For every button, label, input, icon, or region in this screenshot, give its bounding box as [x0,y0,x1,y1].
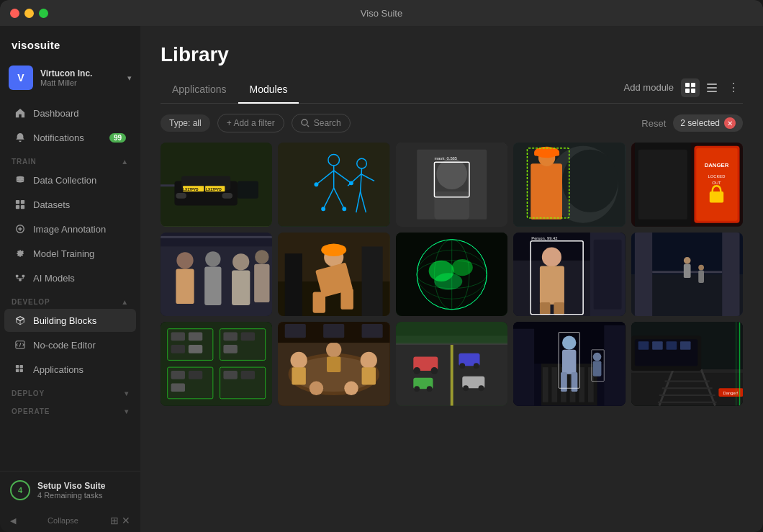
search-button[interactable]: Search [292,114,351,132]
svg-rect-146 [241,371,255,379]
svg-text:LOCKED: LOCKED [708,174,725,179]
module-card[interactable] [278,143,389,227]
search-icon [301,119,310,127]
svg-point-81 [232,253,249,270]
module-card[interactable] [396,233,507,317]
sidebar-item-ai-models[interactable]: AI Models [4,266,136,289]
titlebar: Viso Suite [0,0,763,26]
svg-rect-139 [223,333,237,341]
svg-rect-6 [16,275,19,278]
sidebar-item-no-code-editor[interactable]: No-code Editor [4,333,136,356]
svg-point-0 [17,176,24,179]
setup-viso-suite[interactable]: 4 Setup Viso Suite 4 Remaining tasks [10,480,130,500]
svg-rect-152 [292,367,306,384]
svg-rect-165 [451,343,453,405]
svg-point-105 [434,273,462,289]
type-filter-chip[interactable]: Type: all [161,114,210,132]
sidebar: visosuite V Virtucon Inc. Matt Miller ▾ … [0,26,140,532]
svg-rect-215 [666,341,677,350]
sidebar-item-building-blocks[interactable]: Building Blocks [4,309,136,332]
brand-logo: visosuite [0,26,140,60]
setup-text: Setup Viso Suite 4 Remaining tasks [37,481,130,500]
module-card[interactable]: LX17PYD LX17PYD [161,143,272,227]
module-card[interactable] [161,233,272,317]
svg-rect-214 [652,341,663,350]
svg-rect-113 [554,302,565,315]
add-filter-button[interactable]: + Add a filter [217,114,284,132]
svg-rect-187 [543,367,548,402]
account-switcher[interactable]: V Virtucon Inc. Matt Miller ▾ [0,60,140,102]
svg-rect-137 [171,345,185,353]
svg-point-79 [205,251,220,266]
database-icon [14,174,26,186]
svg-rect-213 [638,341,649,350]
svg-rect-92 [341,288,353,309]
svg-rect-185 [604,325,625,406]
module-card[interactable] [278,233,389,317]
grid-view-button[interactable] [681,78,700,97]
svg-rect-161 [324,324,345,338]
svg-rect-80 [204,266,221,305]
tab-modules[interactable]: Modules [238,78,299,104]
sidebar-item-applications[interactable]: Applications [4,358,136,381]
svg-rect-160 [285,324,306,338]
module-card[interactable] [278,322,389,406]
notifications-label: Notifications [33,132,84,143]
image-annotation-label: Image Annotation [33,224,106,235]
add-module-button[interactable]: Add module [624,82,674,93]
more-options-button[interactable]: ⋮ [724,78,743,97]
svg-rect-18 [707,84,717,85]
module-card[interactable]: Person, 99.42 [513,233,625,317]
module-grid: LX17PYD LX17PYD [161,143,743,406]
tab-applications[interactable]: Applications [161,78,238,104]
cube-icon [14,315,26,326]
section-deploy: DEPLOY ▾ [0,382,140,400]
svg-rect-142 [171,371,185,379]
module-grid-area: LX17PYD LX17PYD [140,143,763,532]
svg-point-104 [451,258,472,275]
close-button[interactable] [10,9,19,18]
svg-rect-122 [634,233,651,317]
svg-rect-85 [161,233,272,246]
svg-rect-12 [16,369,19,372]
maximize-button[interactable] [39,9,48,18]
sidebar-item-notifications[interactable]: Notifications 99 [4,126,136,149]
module-card[interactable]: DANGER LOCKED OUT [631,143,743,227]
svg-rect-20 [707,91,717,92]
svg-rect-61 [531,163,562,220]
chevron-down-icon-operate: ▾ [125,407,129,415]
chevron-up-icon: ▲ [121,158,129,166]
svg-rect-14 [685,83,690,87]
sidebar-item-model-training[interactable]: Model Training [4,242,136,265]
module-card[interactable]: Danger! [631,322,743,406]
collapse-bar[interactable]: ◀ Collapse ⊞ ✕ [0,509,140,532]
module-card[interactable]: mask: 0.585 [396,143,507,227]
svg-rect-64 [534,153,559,156]
svg-point-53 [436,158,467,189]
annotation-icon [14,223,26,235]
main-content: Library Applications Modules Add module [140,26,763,532]
module-card[interactable] [513,143,625,227]
minimize-button[interactable] [24,9,34,18]
sidebar-item-datasets[interactable]: Datasets [4,193,136,216]
model-training-label: Model Training [33,248,94,259]
sidebar-item-dashboard[interactable]: Dashboard [4,102,136,125]
sidebar-item-image-annotation[interactable]: Image Annotation [4,217,136,240]
svg-point-151 [291,352,307,369]
svg-point-93 [322,243,347,256]
module-card[interactable] [513,322,625,406]
module-card[interactable] [161,322,272,406]
svg-rect-84 [254,263,269,302]
svg-rect-32 [238,181,258,198]
module-card[interactable] [396,322,507,406]
bell-icon [14,132,26,143]
reset-button[interactable]: Reset [641,118,666,129]
svg-point-158 [345,382,358,395]
list-view-button[interactable] [703,78,721,97]
section-operate: OPERATE ▾ [0,400,140,418]
sidebar-item-data-collection[interactable]: Data Collection [4,168,136,191]
models-icon [14,272,26,284]
clear-selection-button[interactable]: ✕ [724,117,736,129]
svg-point-171 [459,363,465,369]
module-card[interactable] [631,233,743,317]
